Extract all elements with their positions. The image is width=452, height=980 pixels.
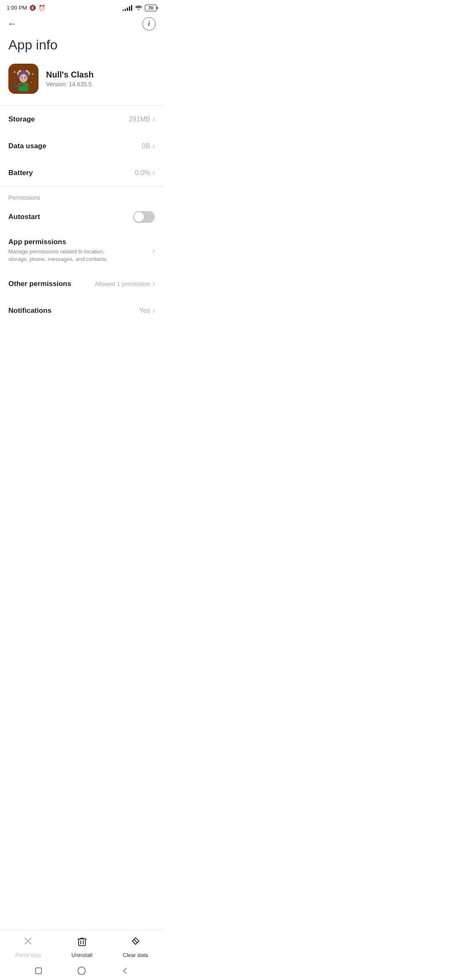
svg-point-5: [20, 74, 27, 83]
data-usage-label: Data usage: [8, 142, 46, 150]
battery-chevron: ›: [153, 169, 155, 177]
app-permissions-left: App permissions Manage permissions relat…: [8, 238, 126, 263]
app-version: Version: 14.635.5: [46, 81, 94, 88]
alarm-icon: ⏰: [39, 5, 45, 11]
data-usage-value-area: 0B ›: [142, 142, 155, 150]
page-title: App info: [0, 34, 163, 60]
app-permissions-label: App permissions: [8, 238, 126, 246]
svg-point-13: [31, 82, 32, 83]
svg-point-6: [21, 77, 23, 78]
mute-icon: 🔇: [29, 5, 36, 11]
notifications-chevron: ›: [153, 307, 155, 315]
other-permissions-value-area: Allowed 1 permission ›: [95, 280, 155, 288]
notifications-value: Yes: [139, 307, 150, 315]
app-name: Null's Clash: [46, 70, 94, 80]
storage-section: Storage 291MB › Data usage 0B › Battery …: [0, 106, 163, 186]
notifications-value-area: Yes ›: [139, 307, 155, 315]
storage-label: Storage: [8, 115, 35, 124]
other-permissions-chevron: ›: [153, 280, 155, 288]
signal-icon: [123, 5, 132, 11]
app-permissions-chevron: ›: [153, 247, 155, 254]
app-icon: [8, 64, 39, 94]
info-button[interactable]: i: [142, 17, 156, 31]
status-right: 70: [123, 4, 157, 11]
app-details: Null's Clash Version: 14.635.5: [46, 70, 94, 88]
other-permissions-value: Allowed 1 permission: [95, 281, 150, 287]
storage-value-area: 291MB ›: [129, 116, 155, 123]
data-usage-value: 0B: [142, 142, 150, 150]
storage-chevron: ›: [153, 116, 155, 123]
status-bar: 1:00 PM 🔇 ⏰ 70: [0, 0, 163, 14]
top-nav: ← i: [0, 14, 163, 34]
notifications-row[interactable]: Notifications Yes ›: [0, 297, 163, 322]
data-usage-chevron: ›: [153, 142, 155, 150]
app-permissions-row[interactable]: App permissions Manage permissions relat…: [0, 230, 163, 271]
storage-row[interactable]: Storage 291MB ›: [0, 106, 163, 133]
storage-value: 291MB: [129, 116, 150, 123]
app-card: Null's Clash Version: 14.635.5: [0, 60, 163, 104]
autostart-row[interactable]: Autostart: [0, 204, 163, 230]
data-usage-row[interactable]: Data usage 0B ›: [0, 133, 163, 160]
battery-value-area: 0.0% ›: [135, 169, 155, 177]
other-permissions-row[interactable]: Other permissions Allowed 1 permission ›: [0, 271, 163, 297]
time-display: 1:00 PM: [7, 5, 27, 11]
notifications-label: Notifications: [8, 307, 51, 315]
svg-point-7: [25, 77, 26, 78]
app-permissions-description: Manage permissions related to location, …: [8, 248, 126, 263]
status-left: 1:00 PM 🔇 ⏰: [7, 5, 45, 11]
svg-point-12: [32, 73, 33, 75]
svg-point-11: [14, 71, 15, 73]
battery-indicator: 70: [145, 5, 157, 11]
battery-row[interactable]: Battery 0.0% ›: [0, 160, 163, 186]
battery-value: 0.0%: [135, 169, 150, 177]
wifi-icon: [135, 4, 142, 11]
autostart-toggle[interactable]: [133, 211, 155, 223]
other-permissions-label: Other permissions: [8, 280, 71, 288]
permissions-section-label: Permissions: [0, 187, 163, 204]
autostart-label: Autostart: [8, 213, 40, 221]
back-button[interactable]: ←: [8, 18, 17, 29]
battery-label: Battery: [8, 169, 33, 177]
